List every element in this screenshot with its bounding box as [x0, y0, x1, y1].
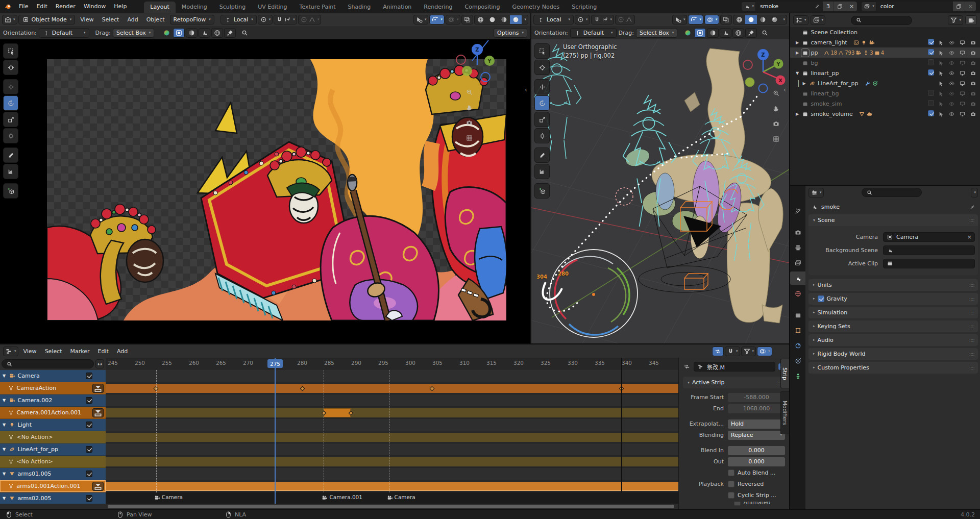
viewport-right-canvas[interactable]: User Orthographic (275) pp | rig.002 304…: [531, 39, 789, 343]
panel-keying-sets[interactable]: ▸Keying Sets::::: [808, 320, 978, 332]
tool-measure[interactable]: [534, 164, 550, 179]
nla-sync-button[interactable]: [712, 347, 724, 356]
nla-strip-bar[interactable]: [106, 384, 678, 393]
workspace-tab-layout[interactable]: Layout: [144, 2, 175, 13]
retopoflow-dropdown[interactable]: RetopoFlow▾: [170, 15, 214, 24]
cursor-icon[interactable]: [937, 49, 945, 57]
xray-button-2[interactable]: [720, 15, 732, 24]
viewport-menu-select[interactable]: Select: [97, 13, 123, 26]
tool-scale[interactable]: [3, 112, 18, 127]
pan-hand-icon-2[interactable]: [772, 105, 780, 113]
checkbox-row[interactable]: Cyclic Strip ...: [728, 491, 785, 500]
camera-photo-icon[interactable]: [969, 59, 977, 67]
tool-add-cube[interactable]: [534, 183, 550, 199]
panel-grip[interactable]: ::::: [969, 283, 974, 288]
blender-logo-icon[interactable]: [4, 3, 12, 10]
shading-material-button-2[interactable]: [757, 15, 769, 24]
nla-strip-bar[interactable]: [106, 457, 678, 466]
scene-ball-button-2[interactable]: [720, 28, 731, 38]
expand-arrow[interactable]: ▼: [793, 71, 801, 76]
grid-view-icon-2[interactable]: [772, 135, 780, 144]
nla-editor-type-button[interactable]: ▾: [3, 347, 18, 356]
nla-timeline-row-arms01.005[interactable]: [106, 468, 678, 480]
workspace-tab-scripting[interactable]: Scripting: [566, 2, 603, 13]
eye-icon[interactable]: [948, 39, 955, 46]
properties-tab-collection[interactable]: [790, 308, 805, 322]
render-checkbox[interactable]: [928, 110, 934, 116]
eye-icon[interactable]: [948, 100, 955, 108]
nla-timeline-striprow-9[interactable]: [106, 480, 678, 492]
view-layer-name-field[interactable]: color: [876, 2, 953, 11]
nla-track-lineart_for_pp[interactable]: ▼ LineArt_for_pp: [0, 443, 106, 456]
track-enable-checkbox[interactable]: [86, 495, 92, 502]
camera-field[interactable]: Camera×: [883, 232, 975, 242]
tool-scale[interactable]: [534, 112, 550, 127]
cursor-icon[interactable]: [937, 39, 945, 46]
snap-button[interactable]: ▾: [274, 15, 297, 24]
nla-strip-track-arms01.001action.001[interactable]: arms01.001Action.001: [0, 480, 106, 492]
orientation-dropdown-2[interactable]: Default▾: [570, 28, 617, 38]
properties-tab-physics[interactable]: [790, 339, 805, 352]
outliner-row-smoke_sim[interactable]: smoke_sim: [790, 98, 980, 109]
properties-tab-data[interactable]: [790, 369, 805, 383]
editor-type-button[interactable]: ▾: [2, 15, 17, 24]
nla-menu-edit[interactable]: Edit: [94, 344, 113, 358]
nla-strip-track-cameraaction[interactable]: CameraAction: [0, 382, 106, 394]
option-checkbox[interactable]: [728, 492, 734, 499]
gizmos-button[interactable]: ▾: [429, 15, 445, 24]
panel-rigid-body-world[interactable]: ▸Rigid Body World::::: [808, 348, 978, 360]
nla-track-camera.002[interactable]: ▼ Camera.002: [0, 394, 106, 407]
gravity-checkbox[interactable]: [818, 295, 824, 302]
drag-dropdown[interactable]: Select Box▾: [113, 28, 154, 38]
visibility-button-2[interactable]: ▾: [672, 15, 688, 24]
track-enable-checkbox[interactable]: [86, 446, 92, 453]
eye-icon[interactable]: [948, 80, 955, 87]
properties-options-button[interactable]: ▾: [971, 188, 978, 197]
cursor-icon[interactable]: [937, 110, 945, 118]
properties-tab-constraints[interactable]: [790, 354, 805, 367]
half-ball-button-2[interactable]: [707, 28, 719, 38]
panel-units[interactable]: ▸Units::::: [808, 279, 978, 291]
material-preview-icon-2[interactable]: [682, 28, 693, 38]
shading-material-button[interactable]: [498, 15, 510, 24]
outliner-row-smoke_volume[interactable]: ▶ smoke_volume: [790, 109, 980, 119]
nla-menu-marker[interactable]: Marker: [66, 344, 94, 358]
checkbox-row[interactable]: Auto Blend ...: [728, 468, 785, 478]
pan-hand-icon[interactable]: [465, 104, 473, 112]
tool-annotate[interactable]: [534, 147, 550, 163]
eye-icon[interactable]: [948, 49, 955, 57]
panel-grip[interactable]: ::::: [969, 338, 974, 343]
scene-name-field[interactable]: smoke: [756, 2, 811, 11]
shading-options-chevron[interactable]: ▾: [522, 15, 528, 24]
strip-name-field[interactable]: 祭改.M: [694, 362, 775, 372]
nla-strip-bar[interactable]: [106, 433, 678, 442]
scene-pin-icon[interactable]: [811, 2, 823, 11]
outliner-row-camera_light[interactable]: ▶ camera_light: [790, 37, 980, 47]
menu-render[interactable]: Render: [52, 0, 80, 13]
nla-timeline-row-lineart_for_pp[interactable]: [106, 443, 678, 456]
properties-tab-view-layer[interactable]: [790, 256, 805, 269]
screen-icon[interactable]: [959, 110, 966, 118]
camera-view-icon-2[interactable]: [772, 120, 780, 129]
number-field[interactable]: 0.000: [728, 446, 785, 455]
tool-cursor[interactable]: [534, 60, 550, 75]
gizmos-button-2[interactable]: ▾: [688, 15, 703, 24]
tool-transform[interactable]: [534, 128, 550, 143]
workspace-tab-geometry-nodes[interactable]: Geometry Nodes: [506, 2, 566, 13]
nla-timeline-row-camera.002[interactable]: [106, 394, 678, 407]
orientation-dropdown[interactable]: Default▾: [39, 28, 89, 38]
properties-search-input[interactable]: [862, 188, 922, 197]
tool-move[interactable]: [534, 79, 550, 94]
nla-strip-track-no action[interactable]: <No Action>: [0, 431, 106, 443]
nla-strip-bar[interactable]: [106, 482, 678, 491]
viewport-menu-object[interactable]: Object: [142, 13, 169, 26]
marker-camera.001-284[interactable]: Camera.001: [321, 494, 362, 502]
nla-menu-add[interactable]: Add: [113, 344, 132, 358]
properties-tab-tool[interactable]: [790, 204, 805, 217]
mode-dropdown[interactable]: Object Mode▾: [18, 15, 76, 24]
strip-solo-button[interactable]: [92, 482, 104, 491]
marker-camera-296[interactable]: Camera: [386, 494, 415, 502]
tool-rotate[interactable]: [534, 95, 550, 111]
properties-tab-scene[interactable]: [790, 271, 805, 285]
outliner-id-type-button[interactable]: ▾: [811, 15, 826, 25]
